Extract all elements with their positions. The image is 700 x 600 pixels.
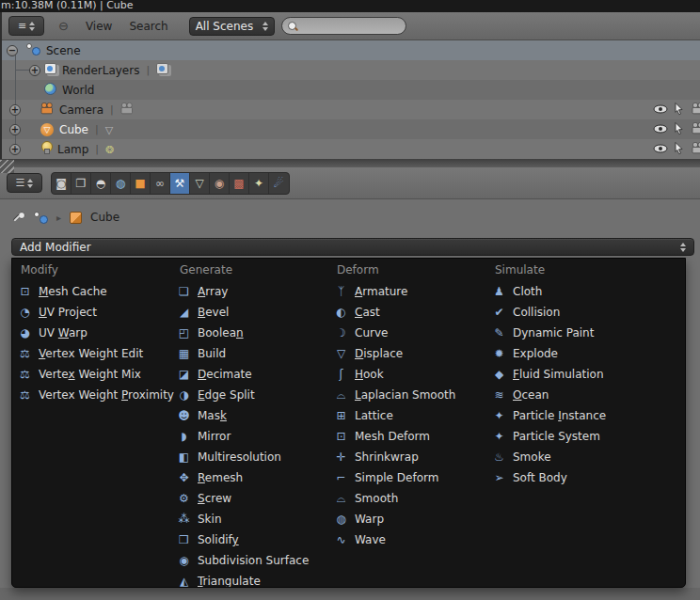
eye-icon[interactable]: [653, 123, 668, 136]
scene-tab[interactable]: ◓: [91, 173, 111, 194]
menu-item-label: Collision: [513, 306, 560, 319]
camera-render-icon[interactable]: [692, 103, 700, 118]
search-menu[interactable]: Search: [129, 20, 167, 33]
menu-item-shrinkwrap[interactable]: ✛ Shrinkwrap: [332, 447, 455, 467]
menu-item-build[interactable]: ▦ Build: [175, 343, 309, 364]
menu-item-solidify[interactable]: ❒ Solidify: [175, 529, 309, 550]
menu-item-hook[interactable]: ʃ Hook: [332, 364, 455, 385]
menu-item-curve[interactable]: ☽ Curve: [332, 323, 455, 343]
menu-item-triangulate[interactable]: ◭ Triangulate: [175, 571, 309, 588]
menu-item-boolean[interactable]: ◰ Boolean: [175, 323, 309, 343]
menu-item-armature[interactable]: ᛉ Armature: [332, 281, 455, 302]
mesh-deform-icon: ⊡: [332, 430, 350, 443]
camera-render-icon[interactable]: [692, 142, 700, 157]
shrinkwrap-icon: ✛: [332, 450, 350, 464]
outliner-row-camera[interactable]: +Camera|: [2, 100, 700, 119]
expand-icon[interactable]: +: [9, 144, 21, 155]
outliner-item-label: RenderLayers: [62, 64, 139, 77]
menu-item-particle-instance[interactable]: ✦ Particle Instance: [490, 405, 606, 426]
pin-icon[interactable]: [11, 211, 25, 225]
menu-item-uv-project[interactable]: ◔ UV Project: [16, 302, 174, 323]
menu-item-cloth[interactable]: ♟ Cloth: [490, 281, 606, 302]
menu-column-generate: Generate ❏ Array ◢ Bevel ◰ Boolean ▦ Bui…: [175, 259, 309, 588]
eye-icon[interactable]: [653, 143, 668, 156]
render-layers-tab[interactable]: ❐: [72, 173, 91, 194]
particles-tab[interactable]: ✦: [249, 173, 269, 194]
menu-item-vertex-weight-mix[interactable]: ⚖ Vertex Weight Mix: [16, 364, 174, 385]
menu-item-array[interactable]: ❏ Array: [175, 281, 309, 302]
hook-icon: ʃ: [332, 368, 350, 381]
menu-item-label: Bevel: [198, 306, 229, 319]
menu-item-laplacian-smooth[interactable]: ⌓ Laplacian Smooth: [332, 385, 455, 405]
outliner-row-renderlayers[interactable]: +RenderLayers|: [2, 60, 700, 80]
resize-grip[interactable]: [0, 160, 14, 173]
menu-item-uv-warp[interactable]: ◕ UV Warp: [16, 323, 174, 343]
cursor-icon[interactable]: [674, 141, 684, 157]
menu-item-collision[interactable]: ✔ Collision: [490, 302, 606, 323]
menu-item-screw[interactable]: ⚙ Screw: [175, 488, 309, 509]
menu-item-fluid-simulation[interactable]: ◆ Fluid Simulation: [490, 364, 606, 385]
outliner-search-box[interactable]: [281, 17, 406, 35]
camera-object-icon: [40, 103, 54, 118]
object-tab[interactable]: ■: [131, 173, 151, 194]
physics-tab[interactable]: ☄: [269, 173, 289, 194]
display-mode-dropdown[interactable]: All Scenes: [189, 17, 276, 36]
menu-item-lattice[interactable]: ⊞ Lattice: [332, 405, 455, 426]
cursor-icon[interactable]: [674, 102, 684, 118]
properties-editor-type-button[interactable]: ☰: [7, 173, 42, 193]
eye-icon[interactable]: [653, 103, 668, 117]
menu-item-subdivision-surface[interactable]: ◉ Subdivision Surface: [175, 550, 309, 571]
modifiers-tab[interactable]: ⚒: [170, 173, 190, 194]
expand-icon[interactable]: +: [29, 65, 40, 76]
menu-item-smooth[interactable]: ⌓ Smooth: [332, 488, 455, 509]
menu-item-vertex-weight-edit[interactable]: ⚖ Vertex Weight Edit: [16, 343, 174, 364]
menu-item-particle-system[interactable]: ✦ Particle System: [490, 426, 606, 447]
menu-item-dynamic-paint[interactable]: ✎ Dynamic Paint: [490, 323, 606, 343]
menu-item-multiresolution[interactable]: ◧ Multiresolution: [175, 447, 309, 467]
menu-item-soft-body[interactable]: ➢ Soft Body: [490, 467, 606, 488]
menu-item-displace[interactable]: ▽ Displace: [332, 343, 455, 364]
camera-render-icon[interactable]: [692, 122, 700, 137]
world-tab[interactable]: ◍: [111, 173, 131, 194]
menu-item-edge-split[interactable]: ◑ Edge Split: [175, 385, 309, 405]
menu-item-bevel[interactable]: ◢ Bevel: [175, 302, 309, 323]
menu-item-wave[interactable]: ∿ Wave: [332, 529, 455, 550]
menu-item-mesh-cache[interactable]: ⊡ Mesh Cache: [16, 281, 174, 302]
menu-item-decimate[interactable]: ◪ Decimate: [175, 364, 309, 385]
menu-item-smoke[interactable]: ♨ Smoke: [490, 447, 606, 467]
collapse-all-icon[interactable]: ⊖: [58, 20, 69, 32]
add-modifier-dropdown[interactable]: Add Modifier: [11, 238, 694, 256]
cursor-icon[interactable]: [674, 121, 684, 137]
search-input[interactable]: [298, 21, 392, 32]
menu-item-mesh-deform[interactable]: ⊡ Mesh Deform: [332, 426, 455, 447]
expand-icon[interactable]: +: [9, 104, 21, 116]
render-tab[interactable]: ◙: [52, 173, 72, 194]
material-tab[interactable]: ◉: [210, 173, 230, 194]
editor-updown-arrows: [27, 179, 33, 188]
menu-item-ocean[interactable]: ≋ Ocean: [490, 385, 606, 405]
outliner-row-cube[interactable]: +▽Cube|▽: [2, 119, 700, 139]
texture-tab[interactable]: ▩: [230, 173, 249, 194]
uv-warp-icon: ◕: [16, 326, 34, 339]
menu-item-mirror[interactable]: ◗ Mirror: [175, 426, 309, 447]
outliner-row-lamp[interactable]: +Lamp|❂: [2, 139, 700, 159]
menu-item-mask[interactable]: ☻ Mask: [175, 405, 309, 426]
separator: |: [146, 64, 150, 76]
collapse-icon[interactable]: −: [7, 45, 18, 56]
menu-item-warp[interactable]: ◍ Warp: [332, 509, 455, 529]
menu-item-label: Mesh Cache: [39, 285, 107, 298]
menu-item-skin[interactable]: ⁂ Skin: [175, 509, 309, 529]
editor-separator[interactable]: [0, 159, 700, 167]
menu-item-simple-deform[interactable]: ⌐ Simple Deform: [332, 467, 455, 488]
outliner-editor-type-button[interactable]: ≡: [8, 16, 44, 36]
constraints-tab[interactable]: ∞: [151, 173, 170, 194]
menu-item-remesh[interactable]: ✥ Remesh: [175, 467, 309, 488]
menu-item-vertex-weight-proximity[interactable]: ⚖ Vertex Weight Proximity: [16, 385, 174, 405]
object-data-tab[interactable]: ▽: [190, 173, 210, 194]
expand-icon[interactable]: +: [9, 124, 21, 135]
outliner-row-scene[interactable]: −Scene: [2, 40, 700, 60]
menu-item-explode[interactable]: ✹ Explode: [490, 343, 606, 364]
menu-item-cast[interactable]: ◐ Cast: [332, 302, 455, 323]
view-menu[interactable]: View: [86, 20, 112, 33]
outliner-row-world[interactable]: World: [2, 80, 700, 100]
